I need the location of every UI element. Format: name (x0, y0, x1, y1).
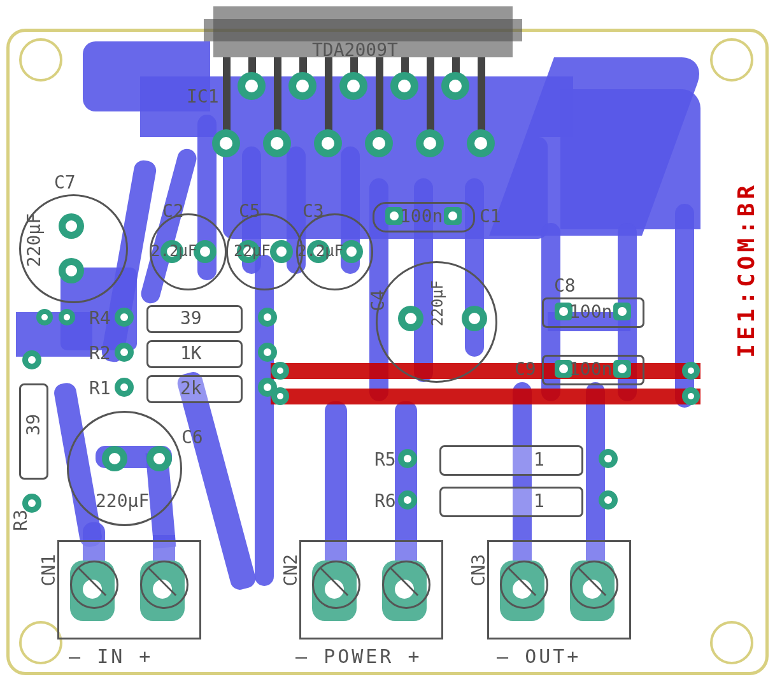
cn3-label: OUT (525, 645, 567, 668)
r6-designator: R6 (374, 490, 396, 511)
r6-value: 1 (534, 490, 544, 511)
r3-designator: R3 (10, 510, 31, 531)
r4-designator: R4 (89, 308, 111, 329)
svg-point-73 (604, 455, 612, 462)
polarity-plus: + (139, 645, 153, 668)
c9-value: 100n (569, 359, 612, 380)
resistor-r6-body (439, 487, 583, 517)
svg-point-85 (64, 314, 70, 320)
r5-designator: R5 (374, 449, 396, 470)
polarity-minus: – (69, 645, 83, 668)
r1-designator: R1 (89, 378, 111, 399)
c5-value: 22µF (234, 242, 271, 260)
watermark: IE1:COM:BR (733, 182, 759, 358)
c6-designator: C6 (181, 427, 203, 448)
c7-value: 220µF (24, 213, 45, 267)
out-label: – OUT+ (497, 645, 581, 668)
polarity-minus: – (295, 645, 309, 668)
svg-point-65 (264, 383, 271, 391)
c2-value: 2.2µF (151, 242, 197, 260)
pcb-layout: TDA2009T IC1 C7 220µF C2 2.2µF C5 22µF C… (0, 0, 775, 700)
svg-point-7 (398, 80, 411, 92)
svg-point-91 (688, 368, 694, 374)
svg-point-21 (474, 137, 487, 150)
c7-designator: C7 (54, 172, 76, 193)
c1-value: 100n (400, 206, 443, 227)
svg-point-13 (271, 137, 283, 150)
ic-designator-label: IC1 (187, 86, 219, 107)
r1-value: 2k (180, 378, 202, 399)
svg-point-69 (28, 499, 36, 507)
c1-designator: C1 (480, 206, 501, 227)
svg-point-59 (120, 348, 128, 356)
polarity-plus: + (567, 645, 581, 668)
svg-point-19 (423, 137, 436, 150)
svg-point-75 (404, 496, 411, 504)
svg-point-67 (28, 356, 36, 364)
c3-designator: C3 (302, 201, 324, 222)
c4-value: 220µF (429, 280, 446, 326)
svg-point-61 (264, 348, 271, 356)
svg-point-71 (404, 455, 411, 462)
c8-designator: C8 (554, 275, 576, 296)
svg-point-87 (277, 368, 283, 374)
cn3-designator: CN3 (468, 554, 489, 587)
svg-point-9 (449, 80, 462, 92)
r2-designator: R2 (89, 343, 111, 364)
cn1-label: IN (97, 645, 125, 668)
svg-point-57 (264, 313, 271, 321)
polarity-minus: – (497, 645, 511, 668)
ic-value-label: TDA2009T (312, 39, 398, 61)
svg-point-89 (277, 393, 283, 399)
in-label: – IN + (69, 645, 153, 668)
svg-point-63 (120, 383, 128, 391)
svg-point-55 (120, 313, 128, 321)
svg-point-17 (373, 137, 385, 150)
power-label: – POWER + (295, 645, 422, 668)
svg-point-77 (604, 496, 612, 504)
r5-value: 1 (534, 449, 544, 470)
r2-value: 1K (180, 343, 202, 364)
c2-designator: C2 (162, 201, 184, 222)
c8-value: 100n (569, 301, 612, 322)
cn2-designator: CN2 (280, 554, 301, 587)
resistor-r5-body (439, 445, 583, 476)
c4-designator: C4 (367, 290, 388, 311)
c3-value: 2.2µF (297, 242, 343, 260)
r3-value: 39 (23, 414, 44, 436)
svg-point-3 (296, 80, 309, 92)
svg-point-1 (245, 80, 258, 92)
c9-designator: C9 (515, 359, 536, 380)
r4-value: 39 (180, 308, 202, 329)
svg-point-5 (347, 80, 360, 92)
svg-point-11 (220, 137, 232, 150)
svg-point-93 (688, 393, 694, 399)
cn2-label: POWER (324, 645, 394, 668)
c6-value: 220µF (96, 490, 149, 511)
c5-designator: C5 (239, 201, 260, 222)
cn1-designator: CN1 (38, 554, 59, 587)
svg-point-15 (322, 137, 334, 150)
polarity-plus: + (408, 645, 422, 668)
svg-point-83 (41, 314, 48, 320)
